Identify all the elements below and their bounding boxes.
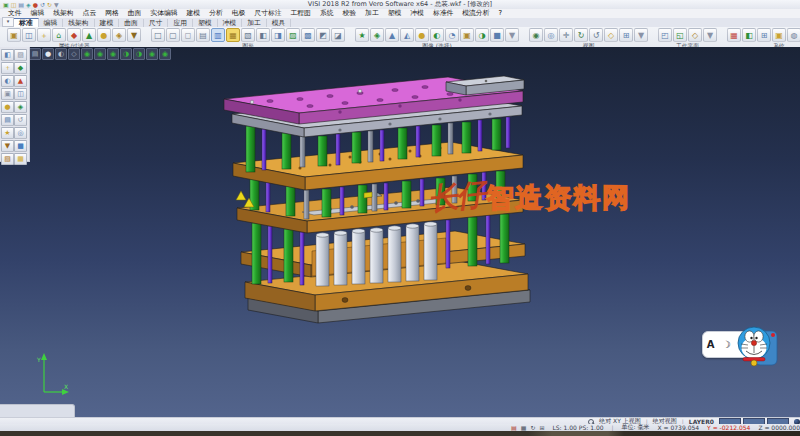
filter-element-icon[interactable]: ▲ [82, 28, 96, 42]
ribbon-tab-1[interactable]: 编辑 [39, 19, 64, 27]
menu-item-4[interactable]: 网格 [101, 9, 123, 18]
menu-item-11[interactable]: 工程图 [287, 9, 315, 18]
zoom-fit-icon[interactable]: ◉ [529, 28, 543, 42]
layers-icon[interactable]: ▨ [286, 28, 300, 42]
view-top-icon[interactable]: ◉ [94, 48, 106, 60]
graphics-options-icon[interactable]: ◪ [331, 28, 345, 42]
measure-icon[interactable]: ▧ [1, 153, 14, 165]
menu-item-1[interactable]: 编辑 [27, 9, 49, 18]
pan-icon[interactable]: ✛ [559, 28, 573, 42]
trim-icon[interactable]: ▨ [14, 49, 27, 61]
refresh-status-icon[interactable]: ↻ [530, 424, 535, 431]
filter-type-icon[interactable]: ＋ [37, 28, 51, 42]
menu-item-17[interactable]: 标准件 [429, 9, 457, 18]
wireframe-line-icon[interactable]: ◧ [1, 49, 14, 61]
macro-icon[interactable]: ▣ [772, 28, 786, 42]
arc-icon[interactable]: ◐ [1, 75, 14, 87]
menu-item-15[interactable]: 塑模 [384, 9, 406, 18]
grid-icon[interactable]: ▦ [14, 153, 27, 165]
menu-item-12[interactable]: 系统 [316, 9, 338, 18]
ribbon-tab-3[interactable]: 建模 [95, 19, 120, 27]
select-poly-icon[interactable]: ◔ [445, 28, 459, 42]
menu-item-6[interactable]: 实体编辑 [146, 9, 181, 18]
regen-icon[interactable]: ▢ [166, 28, 180, 42]
hatch-icon[interactable]: ▤ [1, 114, 14, 126]
menu-item-19[interactable]: ? [494, 9, 506, 18]
profile-icon[interactable]: ◧ [742, 28, 756, 42]
view-right-icon[interactable]: ◑ [120, 48, 132, 60]
blank-icon[interactable]: ◩ [316, 28, 330, 42]
select-all-icon[interactable]: ■ [490, 28, 504, 42]
shading-gray-icon[interactable]: ◐ [55, 48, 67, 60]
show-all-icon[interactable]: ▤ [196, 28, 210, 42]
ellipse-icon[interactable]: ● [1, 101, 14, 113]
filter-layer-icon[interactable]: ⌂ [52, 28, 66, 42]
filter-options-icon[interactable]: ▼ [127, 28, 141, 42]
snap-settings-icon[interactable]: ◍ [787, 28, 800, 42]
star-icon[interactable]: ★ [1, 127, 14, 139]
ribbon-tab-6[interactable]: 应用 [168, 19, 193, 27]
ribbon-collapse-button[interactable]: ▾ [2, 17, 14, 27]
point-icon[interactable]: ＋ [1, 62, 14, 74]
filter-color-icon[interactable]: ◆ [67, 28, 81, 42]
display-list-icon[interactable]: ▦ [521, 424, 527, 431]
menu-item-3[interactable]: 点云 [79, 9, 101, 18]
ghost-icon[interactable]: ◧ [256, 28, 270, 42]
menu-item-10[interactable]: 尺寸标注 [250, 9, 285, 18]
ribbon-tab-2[interactable]: 线架构 [63, 19, 94, 27]
ribbon-tab-10[interactable]: 模具 [267, 19, 292, 27]
view-front-icon[interactable]: ◉ [107, 48, 119, 60]
iso-view-icon[interactable]: ◇ [604, 28, 618, 42]
workplane-set-icon[interactable]: ◰ [658, 28, 672, 42]
multi-view-icon[interactable]: ⊞ [619, 28, 633, 42]
wireframe-view-icon[interactable]: ◇ [68, 48, 80, 60]
view-iso-icon[interactable]: ◉ [81, 48, 93, 60]
shading-white-icon[interactable]: ● [42, 48, 54, 60]
hide-icon[interactable]: ◻ [181, 28, 195, 42]
menu-item-8[interactable]: 分析 [205, 9, 227, 18]
menu-item-2[interactable]: 线架构 [49, 9, 77, 18]
view-back-icon[interactable]: ◉ [146, 48, 158, 60]
ribbon-tab-4[interactable]: 曲面 [119, 19, 144, 27]
select-invert-icon[interactable]: ◑ [475, 28, 489, 42]
circle-icon[interactable]: ◆ [14, 62, 27, 74]
workplane-reset-icon[interactable]: ◇ [688, 28, 702, 42]
select-box-icon[interactable]: ◐ [430, 28, 444, 42]
solid-box-icon[interactable]: ■ [14, 140, 27, 152]
view-left-icon[interactable]: ◑ [133, 48, 145, 60]
select-color-icon[interactable]: ● [415, 28, 429, 42]
shade-icon[interactable]: ▥ [211, 28, 225, 42]
menu-item-7[interactable]: 建模 [183, 9, 205, 18]
mirror-icon[interactable]: ↺ [14, 114, 27, 126]
ribbon-tab-9[interactable]: 加工 [242, 19, 267, 27]
groups-icon[interactable]: ▩ [301, 28, 315, 42]
filter-solid-icon[interactable]: ● [97, 28, 111, 42]
scene-list-icon[interactable]: ▤ [29, 48, 41, 60]
select-element-icon[interactable]: ★ [355, 28, 369, 42]
ribbon-tab-0[interactable]: 标准 [14, 18, 39, 27]
offset-icon[interactable]: ◫ [14, 88, 27, 100]
dropdown-icon[interactable]: ▼ [1, 140, 14, 152]
workplane-align-icon[interactable]: ◱ [673, 28, 687, 42]
workplane-options-icon[interactable]: ▼ [703, 28, 717, 42]
attribute-copy-icon[interactable]: ◫ [22, 28, 36, 42]
wireframe-mode-icon[interactable]: ▦ [226, 28, 240, 42]
ribbon-tab-8[interactable]: 冲模 [218, 19, 243, 27]
menu-item-18[interactable]: 模流分析 [458, 9, 493, 18]
settings-grid-icon[interactable]: ▦ [727, 28, 741, 42]
rectangle-icon[interactable]: ▣ [1, 88, 14, 100]
view-options-icon[interactable]: ▼ [634, 28, 648, 42]
menu-item-9[interactable]: 电极 [228, 9, 250, 18]
attribute-paint-icon[interactable]: ▣ [7, 28, 21, 42]
viewport-canvas[interactable]: Y X ▤●◐◇◉◉◉◑◑◉◉ ▦▣◈◎◐■ 长仔 智造资料网 A☽T [0, 47, 800, 417]
annotation-icon[interactable]: ▤ [511, 424, 517, 431]
hidden-line-icon[interactable]: ▧ [241, 28, 255, 42]
menu-item-5[interactable]: 曲面 [124, 9, 146, 18]
zoom-window-icon[interactable]: ◎ [544, 28, 558, 42]
view-bottom-icon[interactable]: ◉ [159, 48, 171, 60]
ribbon-tab-7[interactable]: 塑模 [193, 19, 218, 27]
prev-view-icon[interactable]: ↺ [589, 28, 603, 42]
ime-lang-button[interactable]: A [707, 339, 715, 351]
filter-face-icon[interactable]: ◈ [112, 28, 126, 42]
crosshair-icon[interactable]: ⊞ [539, 424, 544, 431]
